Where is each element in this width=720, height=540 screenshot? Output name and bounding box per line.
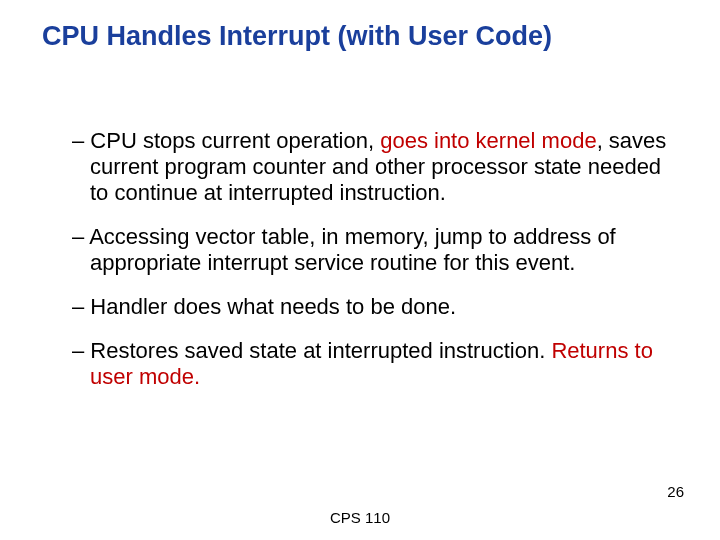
slide-title: CPU Handles Interrupt (with User Code) (42, 20, 678, 52)
page-number: 26 (667, 483, 684, 500)
bullet-4-pre: Restores saved state at interrupted inst… (90, 338, 551, 363)
bullet-dash: – (72, 128, 90, 153)
slide: CPU Handles Interrupt (with User Code) –… (0, 0, 720, 540)
bullet-1: – CPU stops current operation, goes into… (72, 128, 670, 206)
bullet-3: – Handler does what needs to be done. (72, 294, 670, 320)
bullet-4: – Restores saved state at interrupted in… (72, 338, 670, 390)
bullet-dash: – (72, 294, 90, 319)
bullet-3-text: Handler does what needs to be done. (90, 294, 456, 319)
bullet-1-pre: CPU stops current operation, (90, 128, 380, 153)
bullet-2: – Accessing vector table, in memory, jum… (72, 224, 670, 276)
bullet-1-highlight: goes into kernel mode (380, 128, 596, 153)
footer-course: CPS 110 (0, 509, 720, 526)
bullet-dash: – (72, 224, 89, 249)
bullet-dash: – (72, 338, 90, 363)
slide-body: – CPU stops current operation, goes into… (72, 128, 670, 408)
bullet-2-text: Accessing vector table, in memory, jump … (89, 224, 616, 275)
